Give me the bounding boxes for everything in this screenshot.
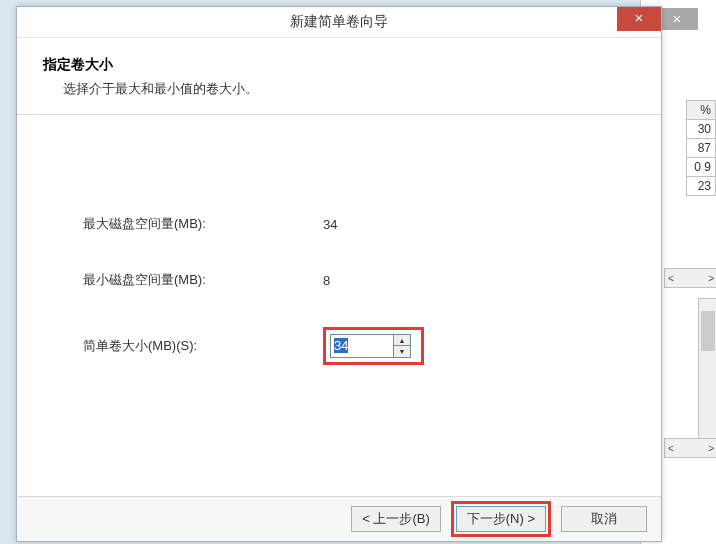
spin-up-button[interactable]: ▲ (394, 335, 410, 346)
min-space-value: 8 (323, 273, 423, 288)
min-space-row: 最小磁盘空间量(MB): 8 (83, 271, 635, 289)
min-space-label: 最小磁盘空间量(MB): (83, 271, 323, 289)
close-button[interactable]: × (617, 7, 661, 31)
window-title: 新建简单卷向导 (17, 13, 661, 31)
close-icon: × (635, 9, 644, 26)
spin-down-button[interactable]: ▼ (394, 346, 410, 357)
background-hscrollbar-2[interactable]: < > (664, 438, 716, 458)
max-space-label: 最大磁盘空间量(MB): (83, 215, 323, 233)
scroll-left-icon[interactable]: < (665, 443, 677, 454)
table-cell: 0 9 (687, 158, 716, 177)
table-cell: 30 (687, 120, 716, 139)
max-space-row: 最大磁盘空间量(MB): 34 (83, 215, 635, 233)
max-space-value: 34 (323, 217, 423, 232)
next-highlight: 下一步(N) > (451, 501, 551, 537)
size-row: 简单卷大小(MB)(S): ▲ ▼ (83, 327, 635, 365)
background-vscrollbar[interactable] (698, 298, 716, 440)
size-input[interactable] (331, 335, 393, 355)
back-button[interactable]: < 上一步(B) (351, 506, 441, 532)
table-cell: 23 (687, 177, 716, 196)
wizard-footer: < 上一步(B) 下一步(N) > 取消 (17, 496, 661, 541)
wizard-dialog: 新建简单卷向导 × 指定卷大小 选择介于最大和最小值的卷大小。 最大磁盘空间量(… (16, 6, 662, 542)
scroll-left-icon[interactable]: < (665, 273, 677, 284)
wizard-body: 最大磁盘空间量(MB): 34 最小磁盘空间量(MB): 8 简单卷大小(MB)… (17, 115, 661, 365)
background-hscrollbar[interactable]: < > (664, 268, 716, 288)
background-table: % 30 87 0 9 23 (686, 100, 716, 196)
titlebar: 新建简单卷向导 × (17, 7, 661, 38)
scroll-right-icon[interactable]: > (705, 443, 716, 454)
scroll-right-icon[interactable]: > (705, 273, 716, 284)
background-close-button[interactable]: × (656, 8, 698, 30)
wizard-header: 指定卷大小 选择介于最大和最小值的卷大小。 (17, 38, 661, 115)
cancel-button[interactable]: 取消 (561, 506, 647, 532)
next-button[interactable]: 下一步(N) > (456, 506, 546, 532)
wizard-subheading: 选择介于最大和最小值的卷大小。 (63, 80, 635, 98)
size-label: 简单卷大小(MB)(S): (83, 337, 323, 355)
percent-header: % (687, 101, 716, 120)
scroll-thumb[interactable] (701, 311, 715, 351)
size-highlight: ▲ ▼ (323, 327, 424, 365)
table-cell: 87 (687, 139, 716, 158)
wizard-heading: 指定卷大小 (43, 56, 635, 74)
size-spinner: ▲ ▼ (330, 334, 411, 358)
